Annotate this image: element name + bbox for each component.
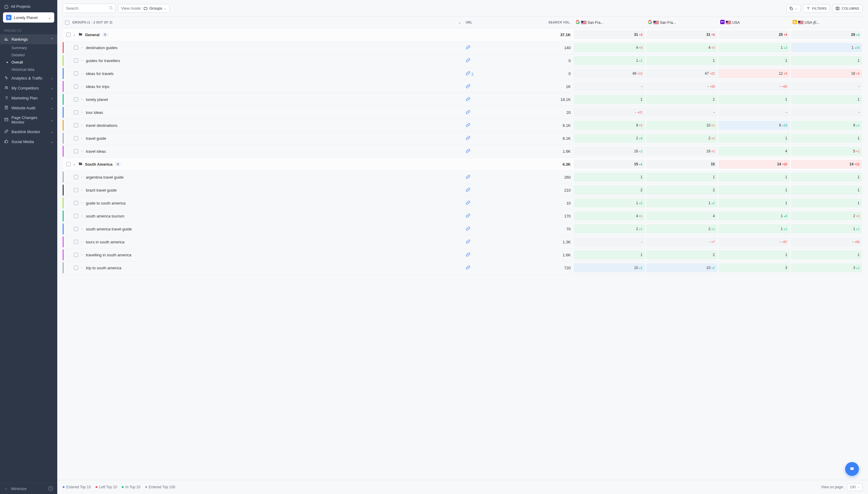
nav-item-social-media[interactable]: Social Media⌄	[0, 137, 57, 147]
keyword-row: › guides for travellers 0 1▴1111	[63, 54, 863, 67]
chevron-right-icon[interactable]: ›	[80, 150, 84, 153]
chevron-right-icon[interactable]: ›	[80, 253, 84, 256]
row-checkbox[interactable]	[74, 201, 78, 205]
nav-sub-summary[interactable]: Summary	[0, 44, 57, 52]
link-icon[interactable]	[466, 240, 470, 245]
nav-item-my-competitors[interactable]: My Competitors⌄	[0, 83, 57, 93]
chevron-right-icon[interactable]: ›	[80, 189, 84, 192]
minimize-button[interactable]: ← Minimize ?	[0, 483, 57, 494]
nav-sub-historical-data[interactable]: Historical data	[0, 66, 57, 73]
row-checkbox[interactable]	[74, 253, 78, 257]
nav-item-rankings[interactable]: Rankings⌃	[0, 34, 57, 44]
row-checkbox[interactable]	[74, 149, 78, 153]
rank-cell: 1	[791, 134, 862, 143]
chevron-right-icon[interactable]: ›	[80, 72, 84, 75]
chevron-right-icon[interactable]: ›	[80, 266, 84, 269]
rank-cell: 1	[719, 134, 790, 143]
all-projects-link[interactable]: All Projects	[3, 2, 54, 11]
keyword-row: › lonely planet 18.1K 1111	[63, 93, 863, 106]
select-all-checkbox[interactable]	[65, 20, 69, 25]
chevron-right-icon[interactable]: ›	[80, 176, 84, 178]
project-selector[interactable]: lp Lonely Planet ⌄	[3, 12, 54, 23]
chevron-down-icon[interactable]: ⌄	[73, 163, 76, 166]
row-checkbox[interactable]	[74, 123, 78, 128]
engine-header-1[interactable]: San Fra...	[573, 17, 646, 28]
chevron-right-icon[interactable]: ›	[80, 240, 84, 243]
row-checkbox[interactable]	[74, 71, 78, 76]
row-checkbox[interactable]	[74, 214, 78, 218]
nav-list: Rankings⌃SummaryDetailedOverallHistorica…	[0, 34, 57, 147]
group-checkbox[interactable]	[66, 162, 71, 166]
group-checkbox[interactable]	[66, 33, 71, 37]
folder-icon	[78, 32, 82, 37]
engine-header-2[interactable]: San Fra...	[646, 17, 718, 28]
nav-sub-overall[interactable]: Overall	[0, 59, 57, 66]
engine-header-3[interactable]: USA	[718, 17, 790, 28]
copy-button[interactable]: ⌄	[786, 4, 800, 13]
chevron-right-icon[interactable]: ›	[80, 227, 84, 230]
link-icon[interactable]	[466, 124, 470, 128]
filters-button[interactable]: FILTERS	[803, 4, 830, 13]
link-icon[interactable]	[466, 46, 470, 51]
chevron-right-icon[interactable]: ›	[80, 98, 84, 101]
rank-delta: ▴2	[712, 202, 715, 205]
nav-sub-detailed[interactable]: Detailed	[0, 52, 57, 59]
chevron-right-icon[interactable]: ›	[80, 111, 84, 114]
row-checkbox[interactable]	[74, 110, 78, 114]
url-header[interactable]: URL	[463, 17, 502, 28]
nav-item-page-changes-monitor[interactable]: Page Changes Monitor⌄	[0, 113, 57, 127]
row-checkbox[interactable]	[74, 45, 78, 50]
row-checkbox[interactable]	[74, 84, 78, 89]
link-icon[interactable]	[466, 85, 470, 90]
chevron-right-icon[interactable]: ›	[80, 214, 84, 217]
row-checkbox[interactable]	[74, 58, 78, 63]
row-checkbox[interactable]	[74, 227, 78, 231]
row-checkbox[interactable]	[74, 240, 78, 244]
nav-item-backlink-monitor[interactable]: Backlink Monitor⌄	[0, 127, 57, 137]
help-icon[interactable]: ?	[48, 486, 53, 491]
link-icon[interactable]	[466, 227, 470, 232]
chevron-down-icon[interactable]: ⌄	[73, 33, 76, 36]
link-icon[interactable]	[466, 150, 470, 154]
link-icon[interactable]	[466, 98, 470, 102]
row-checkbox[interactable]	[74, 188, 78, 192]
list-icon	[4, 95, 8, 101]
link-icon[interactable]	[466, 214, 470, 219]
row-checkbox[interactable]	[74, 175, 78, 179]
chevron-right-icon[interactable]: ›	[80, 59, 84, 62]
chevron-right-icon[interactable]: ›	[80, 124, 84, 127]
searchvol-value: 210	[502, 184, 573, 197]
groups-header[interactable]: GROUPS (1 - 2 OUT OF 2) ⌄	[63, 17, 463, 28]
rank-delta: ▴1	[639, 59, 643, 62]
link-icon[interactable]	[466, 111, 470, 115]
chevron-down-icon: ⌄	[51, 118, 53, 122]
nav-item-analytics-traffic[interactable]: Analytics & Traffic⌄	[0, 73, 57, 83]
link-icon[interactable]	[466, 189, 470, 193]
columns-button[interactable]: COLUMNS	[832, 4, 863, 13]
nav-item-marketing-plan[interactable]: Marketing Plan⌄	[0, 93, 57, 103]
engine-header-4[interactable]: USA (E...	[790, 17, 863, 28]
row-checkbox[interactable]	[74, 136, 78, 140]
chevron-down-icon[interactable]: ⌄	[458, 21, 461, 24]
row-checkbox[interactable]	[74, 97, 78, 101]
chevron-right-icon[interactable]: ›	[80, 46, 84, 49]
search-input[interactable]	[63, 4, 115, 13]
viewmode-selector[interactable]: View mode: Groups ⌄	[118, 4, 170, 13]
link-icon[interactable]	[466, 202, 470, 206]
page-size-selector[interactable]: 100 ⌄	[847, 483, 863, 491]
link-icon[interactable]	[466, 137, 470, 141]
group-row[interactable]: ⌄ General 9 37.1K31▾331▾525▾826▴1	[63, 28, 863, 41]
link-icon[interactable]	[466, 266, 470, 271]
link-icon[interactable]	[466, 176, 470, 180]
group-row[interactable]: ⌄ South America 8 4.3K15▴11514▾1014▾11	[63, 158, 863, 171]
row-checkbox[interactable]	[74, 266, 78, 270]
chevron-right-icon[interactable]: ›	[80, 202, 84, 205]
chevron-right-icon[interactable]: ›	[80, 85, 84, 88]
link-icon[interactable]	[466, 253, 470, 258]
nav-item-website-audit[interactable]: Website Audit⌄	[0, 103, 57, 113]
link-icon[interactable]	[466, 59, 470, 63]
link-icon[interactable]	[466, 72, 470, 77]
chevron-right-icon[interactable]: ›	[80, 137, 84, 140]
chat-button[interactable]	[845, 462, 859, 476]
searchvol-header[interactable]: SEARCH VOL.	[502, 17, 573, 28]
